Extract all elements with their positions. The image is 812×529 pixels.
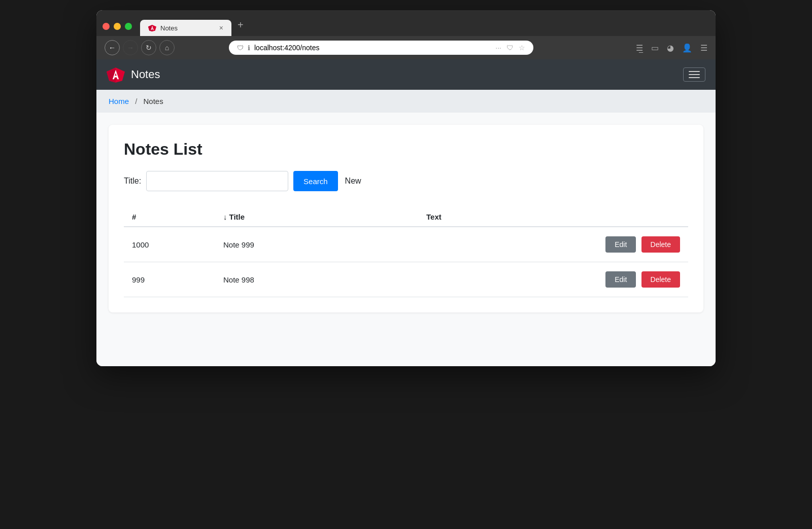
main-content: Notes List Title: Search New # ↓Title Te… (96, 113, 716, 366)
new-tab-button[interactable]: + (231, 15, 250, 36)
table-row: 999 Note 998 Edit Delete (124, 262, 688, 297)
cell-actions: Edit Delete (488, 262, 688, 297)
new-note-link[interactable]: New (343, 177, 363, 186)
cell-title: Note 999 (215, 227, 418, 262)
app-title: Notes (131, 68, 160, 81)
info-icon: ℹ (248, 44, 250, 52)
cell-text (418, 262, 488, 297)
table-body: 1000 Note 999 Edit Delete 999 Note 998 E… (124, 227, 688, 297)
menu-icon[interactable]: ☰ (700, 43, 707, 53)
col-header-title[interactable]: ↓Title (215, 207, 418, 227)
forward-button[interactable]: → (123, 40, 138, 55)
delete-button[interactable]: Delete (641, 236, 680, 253)
table-head: # ↓Title Text (124, 207, 688, 227)
search-button[interactable]: Search (293, 171, 338, 191)
breadcrumb-separator: / (135, 97, 137, 105)
sidebar-icon[interactable]: ▭ (651, 43, 659, 53)
home-button[interactable]: ⌂ (159, 40, 175, 55)
search-form: Title: Search New (124, 171, 688, 191)
url-bar[interactable]: 🛡 ℹ localhost:4200/notes ··· 🛡 ☆ (229, 41, 533, 55)
sort-desc-icon: ↓ (223, 213, 227, 221)
title-bar: Notes × + ← → ↻ ⌂ 🛡 ℹ localhost:4200/not… (96, 10, 716, 59)
app-header: Notes (96, 59, 716, 90)
reload-button[interactable]: ↻ (141, 40, 156, 55)
url-display: localhost:4200/notes (254, 44, 319, 52)
angular-logo-icon (107, 65, 125, 84)
hamburger-button[interactable] (683, 67, 705, 82)
extensions-icon[interactable]: ◕ (667, 43, 674, 53)
breadcrumb-home-link[interactable]: Home (109, 97, 129, 105)
hamburger-line-2 (689, 74, 700, 75)
bookmark-icon[interactable]: ☆ (519, 44, 525, 52)
table-row: 1000 Note 999 Edit Delete (124, 227, 688, 262)
col-header-actions (488, 207, 688, 227)
shield-icon: 🛡 (237, 44, 244, 52)
tab-bar: Notes × + (96, 10, 716, 36)
minimize-window-button[interactable] (114, 23, 121, 30)
more-icon[interactable]: ··· (495, 44, 501, 52)
page-title: Notes List (124, 140, 688, 159)
breadcrumb: Home / Notes (96, 90, 716, 113)
browser-actions: ☰̲ ▭ ◕ 👤 ☰ (636, 43, 707, 53)
cell-id: 999 (124, 262, 215, 297)
notes-card: Notes List Title: Search New # ↓Title Te… (109, 125, 703, 312)
col-header-text: Text (418, 207, 488, 227)
cell-text (418, 227, 488, 262)
search-input[interactable] (146, 171, 288, 191)
notes-table: # ↓Title Text 1000 Note 999 Edit Delete (124, 207, 688, 297)
cell-title: Note 998 (215, 262, 418, 297)
angular-tab-icon (148, 24, 156, 32)
profile-icon[interactable]: 👤 (682, 43, 692, 53)
close-window-button[interactable] (103, 23, 110, 30)
nav-buttons: ← → ↻ ⌂ (105, 40, 175, 55)
cell-actions: Edit Delete (488, 227, 688, 262)
traffic-lights (103, 23, 132, 36)
back-button[interactable]: ← (105, 40, 120, 55)
library-icon[interactable]: ☰̲ (636, 43, 643, 53)
browser-window: Notes × + ← → ↻ ⌂ 🛡 ℹ localhost:4200/not… (96, 10, 716, 366)
edit-button[interactable]: Edit (605, 236, 636, 253)
col-header-id: # (124, 207, 215, 227)
search-label: Title: (124, 177, 141, 186)
edit-button[interactable]: Edit (605, 271, 636, 288)
tab-title: Notes (160, 24, 178, 32)
maximize-window-button[interactable] (125, 23, 132, 30)
breadcrumb-current: Notes (144, 97, 163, 105)
address-bar: ← → ↻ ⌂ 🛡 ℹ localhost:4200/notes ··· 🛡 ☆… (96, 36, 716, 59)
table-header-row: # ↓Title Text (124, 207, 688, 227)
hamburger-line-3 (689, 77, 700, 78)
delete-button[interactable]: Delete (641, 271, 680, 288)
cell-id: 1000 (124, 227, 215, 262)
hamburger-line-1 (689, 71, 700, 72)
url-actions: ··· 🛡 ☆ (495, 44, 525, 52)
pocket-icon[interactable]: 🛡 (506, 44, 514, 52)
app-brand: Notes (107, 65, 160, 84)
browser-tab[interactable]: Notes × (140, 20, 231, 36)
tab-close-button[interactable]: × (219, 24, 223, 31)
